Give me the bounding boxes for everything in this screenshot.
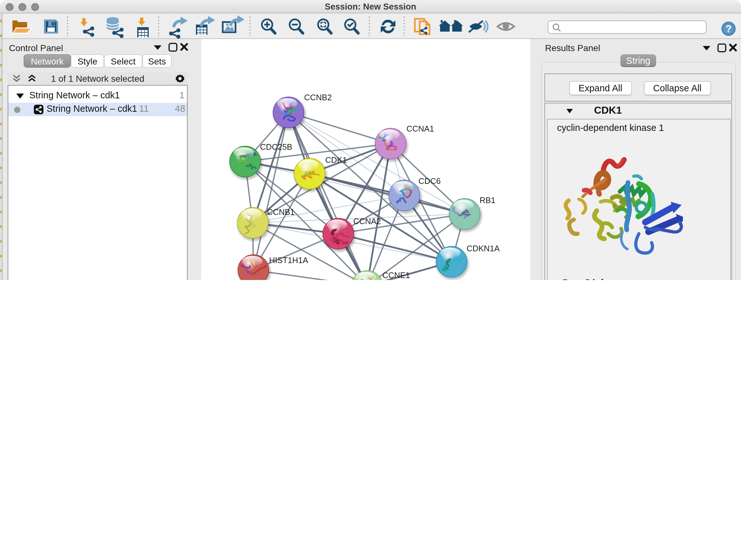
svg-text:CDK1: CDK1 bbox=[325, 155, 347, 165]
svg-text:CCNA1: CCNA1 bbox=[407, 124, 434, 133]
svg-text:CCNE1: CCNE1 bbox=[382, 271, 410, 280]
svg-text:CCNB2: CCNB2 bbox=[304, 93, 332, 102]
svg-text:CDKN1A: CDKN1A bbox=[467, 244, 500, 253]
svg-text:CCNA2: CCNA2 bbox=[353, 217, 381, 226]
svg-text:?: ? bbox=[725, 23, 732, 35]
svg-text:CCNB1: CCNB1 bbox=[267, 207, 295, 216]
svg-text:CDC6: CDC6 bbox=[418, 177, 441, 186]
svg-text:RB1: RB1 bbox=[480, 196, 495, 205]
svg-text:HIST1H1A: HIST1H1A bbox=[269, 256, 308, 265]
svg-text:CDC25B: CDC25B bbox=[260, 142, 292, 151]
